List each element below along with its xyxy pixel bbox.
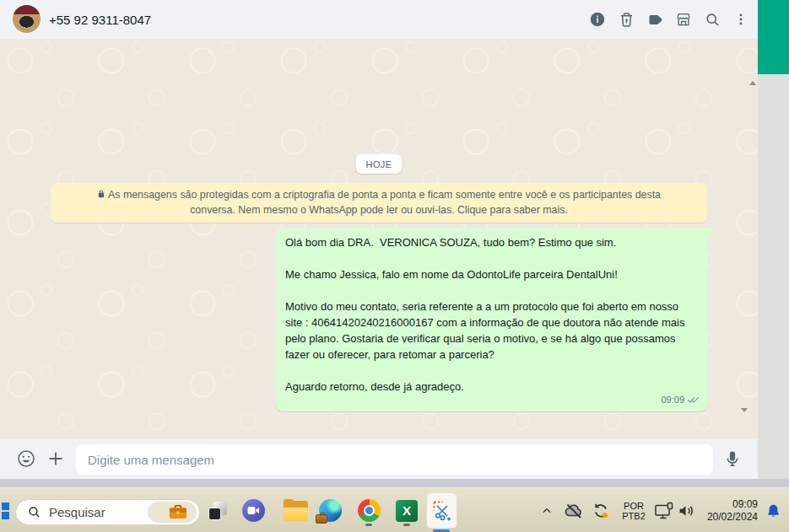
search-icon	[27, 505, 41, 519]
message-input[interactable]	[76, 444, 713, 475]
chat-header: +55 92 9311-8047	[0, 0, 758, 39]
cast-tray-button[interactable]	[652, 488, 676, 532]
chrome-running-indicator	[365, 524, 372, 526]
chat-message-area: HOJE As mensagens são protegidas com a c…	[0, 39, 758, 439]
encryption-notice-text: As mensagens são protegidas com a cripto…	[108, 189, 661, 216]
taskbar-clock[interactable]: 09:09 20/02/2024	[697, 488, 758, 532]
volume-icon	[676, 501, 696, 521]
chrome-button[interactable]	[356, 488, 381, 532]
scroll-up-arrow[interactable]	[749, 81, 756, 85]
delete-icon[interactable]	[616, 9, 636, 30]
message-meta: 09:09	[661, 392, 700, 407]
info-icon[interactable]	[587, 9, 608, 30]
message-time: 09:09	[661, 395, 684, 405]
excel-icon: X	[396, 500, 418, 522]
clock-time: 09:09	[732, 498, 758, 511]
outgoing-message-bubble[interactable]: Olá bom dia DRA. VERONICA SOUZA, tudo be…	[276, 228, 707, 411]
notification-bell-button[interactable]	[761, 488, 785, 532]
notification-bell-icon	[765, 502, 781, 519]
double-check-icon	[687, 392, 700, 407]
start-button-windows-icon[interactable]	[0, 502, 9, 519]
header-actions	[587, 0, 751, 39]
search-icon[interactable]	[702, 9, 722, 30]
desktop-band	[0, 479, 789, 487]
lock-icon	[97, 189, 105, 203]
volume-tray-button[interactable]	[674, 488, 698, 532]
excel-button[interactable]: X	[394, 488, 419, 532]
chevron-up-icon	[541, 505, 553, 517]
background-window-green-strip	[758, 0, 789, 74]
label-icon[interactable]	[645, 9, 665, 30]
task-view-icon	[208, 501, 228, 521]
message-text: Olá bom dia DRA. VERONICA SOUZA, tudo be…	[285, 234, 698, 395]
attach-plus-icon[interactable]	[46, 449, 66, 469]
file-explorer-button[interactable]	[282, 488, 309, 532]
language-line2: PTB2	[622, 511, 646, 521]
bubble-tail	[706, 228, 714, 237]
sync-pending-icon	[591, 501, 611, 521]
date-badge: HOJE	[356, 154, 403, 174]
snipping-tool-button[interactable]	[426, 492, 457, 529]
taskbar-search-input[interactable]	[49, 505, 129, 519]
chrome-icon	[358, 499, 381, 522]
microphone-icon[interactable]	[722, 449, 743, 469]
windows-taskbar: X	[0, 487, 789, 532]
task-view-button[interactable]	[206, 488, 230, 532]
search-highlight-badge[interactable]	[148, 502, 197, 523]
edge-icon	[319, 499, 342, 522]
contact-phone-number[interactable]: +55 92 9311-8047	[49, 0, 151, 39]
sync-tray-button[interactable]	[589, 488, 613, 532]
encryption-notice[interactable]: As mensagens são protegidas com a cripto…	[51, 183, 707, 223]
language-indicator[interactable]: POR PTB2	[617, 488, 651, 532]
taskbar-search-box[interactable]	[15, 499, 200, 525]
snipping-tool-icon	[432, 500, 452, 522]
background-window-gray-strip	[758, 74, 789, 479]
storefront-icon[interactable]	[673, 9, 694, 30]
emoji-icon[interactable]	[16, 449, 36, 469]
excel-running-indicator	[403, 524, 410, 526]
briefcase-icon	[169, 505, 187, 519]
clock-date: 20/02/2024	[707, 511, 758, 524]
language-line1: POR	[622, 501, 646, 511]
onedrive-offline-icon	[564, 501, 584, 521]
message-composer	[0, 439, 758, 479]
edge-button[interactable]	[317, 488, 343, 532]
contact-avatar[interactable]	[13, 5, 41, 33]
file-explorer-icon	[284, 501, 308, 521]
chat-video-icon	[242, 499, 265, 522]
hidden-icons-chevron[interactable]	[538, 488, 555, 532]
cast-display-icon	[653, 500, 675, 522]
screen: +55 92 9311-8047 HOJE As mensagen	[0, 0, 789, 532]
chat-app-button[interactable]	[240, 488, 266, 532]
onedrive-tray-button[interactable]	[562, 488, 586, 532]
edge-work-badge	[316, 514, 327, 524]
scroll-down-arrow[interactable]	[741, 408, 748, 412]
more-options-icon[interactable]	[731, 9, 751, 30]
